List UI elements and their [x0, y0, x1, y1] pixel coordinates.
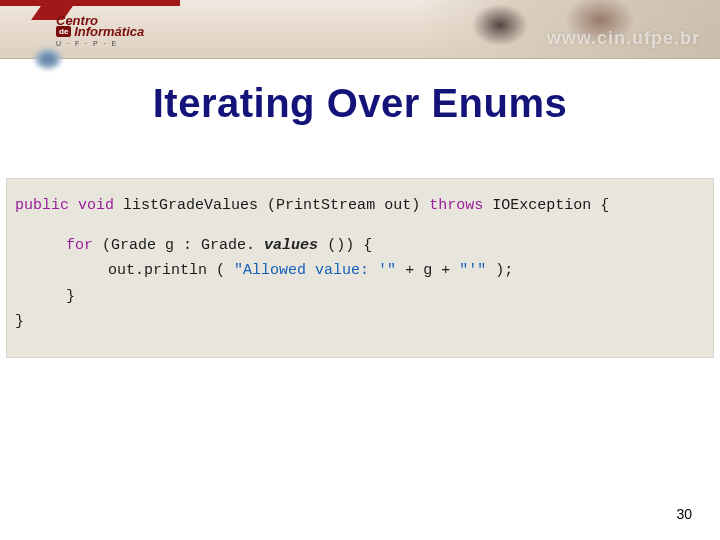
string-2: "'" [459, 262, 486, 279]
logo-red-bar [0, 0, 180, 6]
string-1: "Allowed value: '" [234, 262, 396, 279]
logo-blur-icon [34, 48, 62, 70]
brace-inner: } [66, 288, 75, 305]
print-open: ( [216, 262, 225, 279]
kw-public: public [15, 197, 69, 214]
logo-ufpe: U · F · P · E [56, 40, 144, 47]
code-line-5: } [15, 309, 705, 335]
brace-outer: } [15, 313, 24, 330]
sig-tail: IOException { [492, 197, 609, 214]
page-number: 30 [676, 506, 692, 522]
sig-params: (PrintStream out) [267, 197, 429, 214]
logo-de-badge: de [56, 26, 71, 37]
method-name: listGradeValues [123, 197, 258, 214]
values-call: values [264, 237, 318, 254]
print-close: ); [495, 262, 513, 279]
for-head: (Grade g : Grade. [102, 237, 255, 254]
kw-void: void [78, 197, 114, 214]
logo-line2: Informática [74, 24, 144, 39]
slide-title: Iterating Over Enums [0, 81, 720, 126]
println-obj: out.println [108, 262, 207, 279]
code-line-2: for (Grade g : Grade. values ()) { [15, 233, 705, 259]
banner-url: www.cin.ufpe.br [547, 28, 700, 49]
code-line-3: out.println ( "Allowed value: '" + g + "… [15, 258, 705, 284]
for-tail: ()) { [327, 237, 372, 254]
kw-for: for [66, 237, 93, 254]
kw-throws: throws [429, 197, 483, 214]
logo-text-block: Centro de Informática U · F · P · E [56, 14, 144, 47]
code-block: public void listGradeValues (PrintStream… [6, 178, 714, 358]
code-line-1: public void listGradeValues (PrintStream… [15, 193, 705, 219]
header-banner: Centro de Informática U · F · P · E www.… [0, 0, 720, 59]
code-line-4: } [15, 284, 705, 310]
plus-1: + g + [405, 262, 459, 279]
